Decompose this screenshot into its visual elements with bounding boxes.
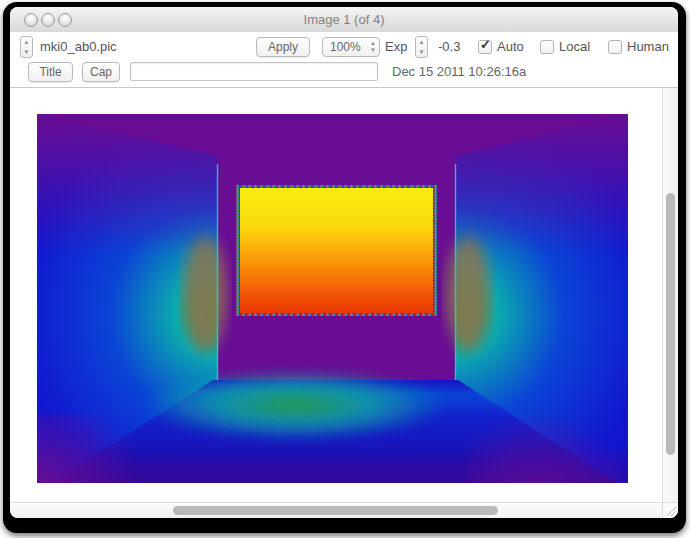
stepper-up-icon[interactable]: ▲ [21, 37, 32, 47]
popup-arrows-icon: ▲▼ [370, 40, 376, 54]
local-checkbox-label: Local [559, 37, 590, 57]
auto-checkbox[interactable]: ✓ [478, 40, 492, 54]
rendered-image[interactable] [37, 114, 628, 483]
image-index-stepper[interactable]: ▲ ▼ [20, 36, 33, 58]
timestamp-label: Dec 15 2011 10:26:16a [392, 62, 526, 82]
image-viewer-window: Image 1 (of 4) ▲ ▼ mki0_ab0.pic Apply 10… [10, 7, 678, 518]
title-button[interactable]: Title [28, 62, 73, 82]
exp-stepper[interactable]: ▲ ▼ [415, 36, 428, 58]
filename-label: mki0_ab0.pic [40, 37, 117, 57]
vertical-scrollbar-thumb[interactable] [666, 193, 675, 455]
zoom-value: 100% [330, 38, 361, 56]
auto-checkbox-label: Auto [497, 37, 524, 57]
exp-value: -0.3 [438, 37, 460, 57]
human-checkbox-label: Human [627, 37, 669, 57]
resize-grip[interactable] [662, 502, 678, 518]
screenshot-canvas: Image 1 (of 4) ▲ ▼ mki0_ab0.pic Apply 10… [0, 0, 690, 538]
horizontal-scrollbar-thumb[interactable] [173, 506, 498, 515]
checkmark-icon: ✓ [480, 37, 491, 52]
stepper-down-icon[interactable]: ▼ [21, 47, 32, 57]
stepper-down-icon[interactable]: ▼ [416, 47, 427, 57]
title-bar[interactable]: Image 1 (of 4) [10, 7, 678, 33]
image-viewport [10, 88, 662, 502]
stepper-up-icon[interactable]: ▲ [416, 37, 427, 47]
apply-button[interactable]: Apply [256, 37, 310, 57]
zoom-select[interactable]: 100% ▲▼ [322, 37, 380, 57]
caption-input[interactable] [130, 62, 378, 81]
toolbar: ▲ ▼ mki0_ab0.pic Apply 100% ▲▼ Exp ▲ ▼ -… [10, 32, 678, 87]
local-checkbox[interactable]: ✓ [540, 40, 554, 54]
human-checkbox[interactable]: ✓ [608, 40, 622, 54]
exp-label: Exp [385, 37, 407, 57]
vertical-scrollbar[interactable] [662, 88, 678, 502]
horizontal-scrollbar[interactable] [10, 502, 662, 518]
cap-button[interactable]: Cap [82, 62, 120, 82]
window-title: Image 1 (of 4) [10, 7, 678, 32]
